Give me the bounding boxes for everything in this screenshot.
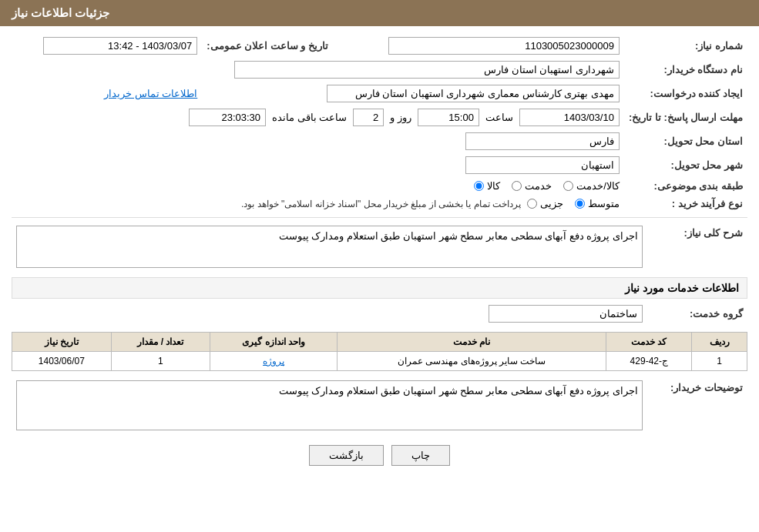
deadline-time-input[interactable] xyxy=(418,109,479,126)
purchase-radio-motevaset[interactable] xyxy=(575,199,585,209)
col-index: ردیف xyxy=(692,333,747,352)
province-label: استان محل تحویل: xyxy=(624,129,747,153)
deadline-date-input[interactable] xyxy=(519,109,620,126)
deadline-days-input[interactable] xyxy=(353,109,384,126)
col-date: تاریخ نیاز xyxy=(12,333,112,352)
need-desc-value: اجرای پروژه دفع آبهای سطحی معابر سطح شهر… xyxy=(279,230,638,242)
info-form-table: شماره نیاز: تاریخ و ساعت اعلان عمومی: نا… xyxy=(12,34,747,212)
category-option-khedmat: خدمت xyxy=(512,180,552,192)
buyer-org-label: نام دستگاه خریدار: xyxy=(624,58,747,82)
buyer-desc-value: اجرای پروژه دفع آبهای سطحی معابر سطح شهر… xyxy=(279,385,638,396)
category-radio-group: کالا/خدمت خدمت کالا xyxy=(16,180,620,192)
table-row: 1ج-42-429ساخت سایر پروژه‌های مهندسی عمرا… xyxy=(12,352,747,371)
services-data-table: ردیف کد خدمت نام خدمت واحد اندازه گیری ت… xyxy=(12,332,747,371)
col-qty: تعداد / مقدار xyxy=(111,333,210,352)
purchase-radio-group: متوسط جزیی xyxy=(527,198,620,209)
row-category: طبقه بندی موضوعی: کالا/خدمت خدمت کالا xyxy=(12,177,747,195)
row-service-group: گروه خدمت: xyxy=(12,302,747,326)
row-buyer-org: نام دستگاه خریدار: xyxy=(12,58,747,82)
table-header: ردیف کد خدمت نام خدمت واحد اندازه گیری ت… xyxy=(12,333,747,352)
purchase-option-motevaset: متوسط xyxy=(575,198,620,209)
deadline-label: مهلت ارسال پاسخ: تا تاریخ: xyxy=(624,105,747,129)
page-wrapper: جزئیات اطلاعات نیاز شماره نیاز: تاریخ و … xyxy=(0,0,759,532)
service-group-input[interactable] xyxy=(489,305,643,323)
creator-input[interactable] xyxy=(327,85,620,102)
page-title: جزئیات اطلاعات نیاز xyxy=(12,6,109,19)
table-cell-unit[interactable]: پروژه xyxy=(210,352,338,371)
table-cell-date: 1403/06/07 xyxy=(12,352,112,371)
buyer-desc-table: توضیحات خریدار: اجرای پروژه دفع آبهای سط… xyxy=(12,377,747,433)
category-kala-khedmat-label: کالا/خدمت xyxy=(576,180,620,192)
purchase-option-jozi: جزیی xyxy=(527,198,563,209)
purchase-type-row: متوسط جزیی پرداخت تمام یا بخشی از مبلغ خ… xyxy=(16,198,620,209)
deadline-remain-input[interactable] xyxy=(189,109,266,126)
page-header: جزئیات اطلاعات نیاز xyxy=(0,0,759,26)
table-cell-index: 1 xyxy=(692,352,747,371)
purchase-radio-jozi[interactable] xyxy=(527,199,537,209)
col-code: کد خدمت xyxy=(606,333,692,352)
buyer-org-input[interactable] xyxy=(234,61,620,79)
row-purchase-type: نوع فرآیند خرید : متوسط جزیی xyxy=(12,195,747,212)
service-group-table: گروه خدمت: xyxy=(12,302,747,326)
buyer-desc-textarea: اجرای پروژه دفع آبهای سطحی معابر سطح شهر… xyxy=(16,380,643,430)
deadline-days-label: روز و xyxy=(390,112,411,123)
col-unit: واحد اندازه گیری xyxy=(210,333,338,352)
button-container: چاپ بازگشت xyxy=(12,445,747,466)
announce-date-input[interactable] xyxy=(43,37,197,55)
row-province: استان محل تحویل: xyxy=(12,129,747,153)
purchase-motevaset-label: متوسط xyxy=(588,198,620,209)
row-city: شهر محل تحویل: xyxy=(12,153,747,177)
province-input[interactable] xyxy=(465,132,620,150)
deadline-row-inline: ساعت روز و ساعت باقی مانده xyxy=(16,109,620,126)
row-buyer-desc: توضیحات خریدار: اجرای پروژه دفع آبهای سط… xyxy=(12,377,747,433)
purchase-type-label: نوع فرآیند خرید : xyxy=(624,195,747,212)
table-cell-qty: 1 xyxy=(111,352,210,371)
service-group-label: گروه خدمت: xyxy=(647,302,747,326)
row-need-desc: شرح کلی نیاز: اجرای پروژه دفع آبهای سطحی… xyxy=(12,223,747,271)
purchase-note: پرداخت تمام یا بخشی از مبلغ خریدار محل "… xyxy=(241,199,521,209)
creator-contact-link[interactable]: اطلاعات تماس خریدار xyxy=(104,88,197,99)
need-desc-label: شرح کلی نیاز: xyxy=(647,223,747,271)
print-button[interactable]: چاپ xyxy=(391,445,450,466)
row-deadline: مهلت ارسال پاسخ: تا تاریخ: ساعت روز و سا… xyxy=(12,105,747,129)
city-label: شهر محل تحویل: xyxy=(624,153,747,177)
category-radio-kala[interactable] xyxy=(474,181,484,191)
need-number-input[interactable] xyxy=(388,37,620,55)
category-radio-khedmat[interactable] xyxy=(512,181,522,191)
services-section-title: اطلاعات خدمات مورد نیاز xyxy=(12,277,747,299)
main-content: شماره نیاز: تاریخ و ساعت اعلان عمومی: نا… xyxy=(0,26,759,485)
category-kala-label: کالا xyxy=(487,180,500,192)
need-number-label: شماره نیاز: xyxy=(624,34,747,58)
table-cell-name: ساخت سایر پروژه‌های مهندسی عمران xyxy=(337,352,606,371)
row-creator: ایجاد کننده درخواست: اطلاعات تماس خریدار xyxy=(12,82,747,105)
back-button[interactable]: بازگشت xyxy=(309,445,384,466)
category-label: طبقه بندی موضوعی: xyxy=(624,177,747,195)
deadline-remain-label: ساعت باقی مانده xyxy=(272,112,347,123)
separator-1 xyxy=(12,217,747,218)
table-body: 1ج-42-429ساخت سایر پروژه‌های مهندسی عمرا… xyxy=(12,352,747,371)
table-header-row: ردیف کد خدمت نام خدمت واحد اندازه گیری ت… xyxy=(12,333,747,352)
category-option-kala: کالا xyxy=(474,180,500,192)
category-khedmat-label: خدمت xyxy=(525,180,552,192)
city-input[interactable] xyxy=(465,156,620,174)
category-radio-kala-khedmat[interactable] xyxy=(563,181,573,191)
need-desc-textarea: اجرای پروژه دفع آبهای سطحی معابر سطح شهر… xyxy=(16,226,643,268)
table-cell-code: ج-42-429 xyxy=(606,352,692,371)
announce-date-label: تاریخ و ساعت اعلان عمومی: xyxy=(202,34,344,58)
row-need-number: شماره نیاز: تاریخ و ساعت اعلان عمومی: xyxy=(12,34,747,58)
category-option-kala-khedmat: کالا/خدمت xyxy=(563,180,620,192)
deadline-time-label: ساعت xyxy=(485,112,513,123)
buyer-desc-label: توضیحات خریدار: xyxy=(647,377,747,433)
need-desc-table: شرح کلی نیاز: اجرای پروژه دفع آبهای سطحی… xyxy=(12,223,747,271)
purchase-jozi-label: جزیی xyxy=(540,198,563,209)
col-name: نام خدمت xyxy=(337,333,606,352)
creator-label: ایجاد کننده درخواست: xyxy=(624,82,747,105)
